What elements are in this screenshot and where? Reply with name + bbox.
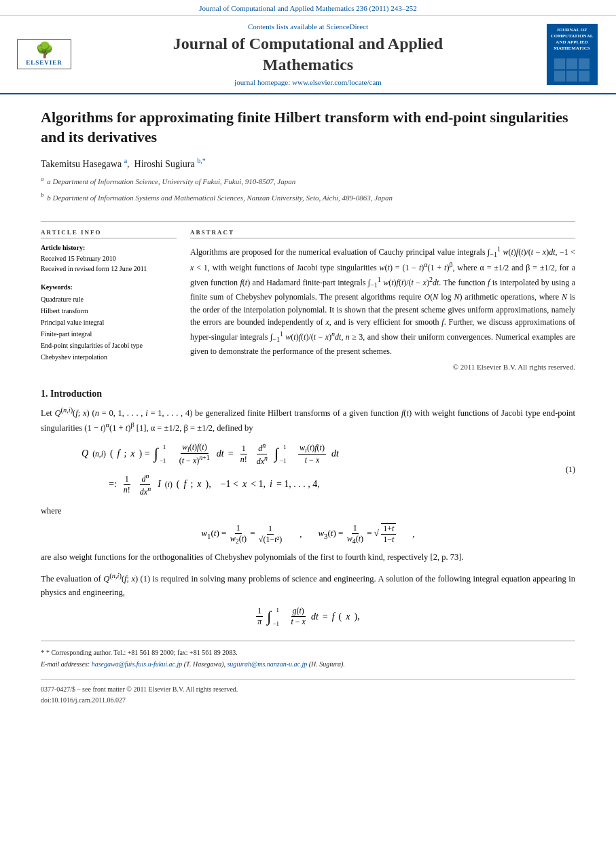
- author-a-sup: a: [124, 157, 127, 164]
- detected-word-that: that: [368, 305, 380, 315]
- kw-1: Quadrature rule: [41, 293, 177, 305]
- mini-cell-4: [554, 71, 565, 82]
- mini-cell-3: [579, 58, 590, 69]
- email-sugiura[interactable]: sugiurah@ms.nanzan-u.ac.jp: [227, 660, 307, 668]
- w3-expr: w3(t) = 1 w4(t) = √ 1+t 1−t: [318, 523, 396, 545]
- elsevier-logo-box: 🌳 ELSEVIER: [17, 39, 71, 69]
- eq-1-line-2: =: 1 n! dn dxn I(i)(f; x), −1 < x < 1, i…: [81, 472, 575, 497]
- homepage-link[interactable]: www.elsevier.com/locate/cam: [292, 78, 382, 86]
- received-date: Received 15 February 2010: [41, 253, 177, 264]
- eq-1-line-1: Q(n,i)(f; x) = ∫ 1 −1 wi(t)f(t) (t − x)n…: [81, 442, 575, 467]
- mini-cell-6: [579, 71, 590, 82]
- article-info-col: ARTICLE INFO Article history: Received 1…: [41, 229, 177, 372]
- w-separator: ,: [300, 529, 302, 539]
- issn-line: 0377-0427/$ – see front matter © 2011 El…: [41, 684, 575, 695]
- sciencedirect-text[interactable]: ScienceDirect: [326, 22, 368, 31]
- mini-cell-2: [566, 58, 577, 69]
- intro-para-1: Let Q(n,i)(f; x) (n = 0, 1, . . . , i = …: [41, 405, 575, 435]
- kw-5: End-point singularities of Jacobi type: [41, 340, 177, 351]
- mini-cell-5: [566, 71, 577, 82]
- journal-title-block: Contents lists available at ScienceDirec…: [75, 22, 541, 86]
- elsevier-logo-left: 🌳 ELSEVIER: [14, 39, 75, 69]
- bottom-info: 0377-0427/$ – see front matter © 2011 El…: [41, 679, 575, 706]
- integral-eq-display: 1 π ∫ 1 −1 g(t) t − x dt = f(x),: [41, 606, 575, 627]
- eq-1-number: (1): [566, 464, 575, 474]
- article-history: Article history: Received 15 February 20…: [41, 244, 177, 274]
- keywords-title: Keywords:: [41, 283, 177, 291]
- revised-date: Received in revised form 12 June 2011: [41, 264, 177, 274]
- contents-label: Contents lists available at: [248, 22, 325, 31]
- section-divider: [41, 221, 575, 222]
- abstract-col: ABSTRACT Algorithms are proposed for the…: [190, 229, 575, 372]
- aff-b-mark: b: [41, 192, 44, 198]
- paper-header: Algorithms for approximating finite Hilb…: [0, 94, 616, 214]
- mini-cell-1: [554, 58, 565, 69]
- kw-3: Principal value integral: [41, 317, 177, 328]
- affiliation-a: a a Department of Information Science, U…: [41, 175, 575, 187]
- contents-line: Contents lists available at ScienceDirec…: [75, 22, 541, 31]
- where-text: where: [41, 504, 575, 518]
- mini-logo-grid: [554, 58, 590, 82]
- article-info-abstract-section: ARTICLE INFO Article history: Received 1…: [0, 229, 616, 372]
- email-hasegawa-name: (T. Hasegawa),: [182, 660, 227, 668]
- star-symbol: *: [41, 648, 45, 656]
- footnote-contact: * Corresponding author. Tel.: +81 561 89…: [46, 649, 238, 656]
- kw-2: Hilbert transform: [41, 305, 177, 317]
- author-b-sup: b,*: [197, 157, 206, 164]
- email-label: E-mail addresses:: [41, 660, 92, 668]
- intro-para-2: are also weight functions for the orthog…: [41, 550, 575, 564]
- tree-icon: 🌳: [20, 43, 68, 58]
- footnote-section: * * Corresponding author. Tel.: +81 561 …: [41, 641, 575, 670]
- section-1-title: 1. Introduction: [41, 389, 575, 399]
- footnote-email: E-mail addresses: hasegawa@fuis.fuis.u-f…: [41, 659, 575, 670]
- kw-4: Finite-part integral: [41, 328, 177, 340]
- history-title: Article history:: [41, 244, 177, 251]
- kw-6: Chebyshev interpolation: [41, 351, 177, 363]
- footnote-star: * * Corresponding author. Tel.: +81 561 …: [41, 647, 575, 659]
- w1-expr: w1(t) = 1 w2(t) = 1 √(1−t²): [201, 523, 283, 545]
- journal-title: Journal of Computational and Applied Mat…: [75, 33, 541, 75]
- main-content: 1. Introduction Let Q(n,i)(f; x) (n = 0,…: [0, 372, 616, 715]
- eq-1-display: Q(n,i)(f; x) = ∫ 1 −1 wi(t)f(t) (t − x)n…: [81, 442, 575, 497]
- keywords-section: Keywords: Quadrature rule Hilbert transf…: [41, 283, 177, 363]
- copyright-line: © 2011 Elsevier B.V. All rights reserved…: [190, 363, 575, 371]
- doi-line: doi:10.1016/j.cam.2011.06.027: [41, 695, 575, 706]
- aff-a-mark: a: [41, 175, 44, 182]
- elsevier-brand: ELSEVIER: [20, 59, 68, 66]
- paper-title: Algorithms for approximating finite Hilb…: [41, 108, 575, 147]
- email-hasegawa[interactable]: hasegawa@fuis.fuis.u-fukui.ac.jp: [92, 660, 183, 668]
- equation-1-block: Q(n,i)(f; x) = ∫ 1 −1 wi(t)f(t) (t − x)n…: [81, 442, 575, 497]
- journal-reference-bar: Journal of Computational and Applied Mat…: [0, 0, 616, 16]
- journal-mini-logo-box: JOURNAL OF COMPUTATIONAL AND APPLIED MAT…: [547, 24, 598, 85]
- journal-mini-logo: JOURNAL OF COMPUTATIONAL AND APPLIED MAT…: [541, 24, 602, 85]
- intro-para-3: The evaluation of Q(n,i)(f; x) (1) is re…: [41, 571, 575, 599]
- email-sugiura-name: (H. Sugiura).: [307, 660, 345, 668]
- abstract-text: Algorithms are proposed for the numerica…: [190, 244, 575, 358]
- journal-homepage: journal homepage: www.elsevier.com/locat…: [75, 78, 541, 86]
- journal-header: 🌳 ELSEVIER Contents lists available at S…: [0, 16, 616, 94]
- article-info-heading: ARTICLE INFO: [41, 229, 177, 238]
- paper-authors: Takemitsu Hasegawa a, Hiroshi Sugiura b,…: [41, 157, 575, 170]
- w-functions-display: w1(t) = 1 w2(t) = 1 √(1−t²) , w3(t) = 1 …: [41, 523, 575, 545]
- mini-journal-title: JOURNAL OF COMPUTATIONAL AND APPLIED MAT…: [549, 27, 596, 52]
- abstract-heading: ABSTRACT: [190, 229, 575, 238]
- affiliation-b: b b Department of Information Systems an…: [41, 191, 575, 203]
- journal-reference-text: Journal of Computational and Applied Mat…: [199, 4, 416, 12]
- w-end-punct: ,: [412, 529, 414, 539]
